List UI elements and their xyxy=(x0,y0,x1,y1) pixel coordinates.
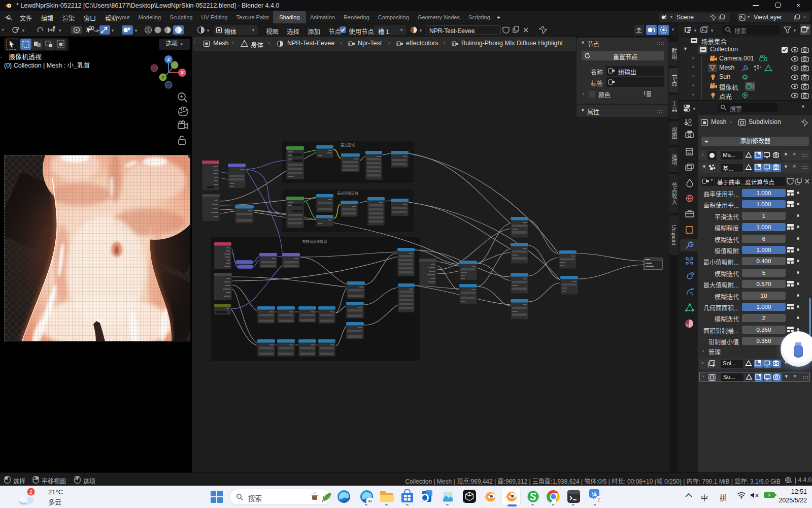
svg-text:▼: ▼ xyxy=(419,28,423,33)
svg-text:X: X xyxy=(181,70,184,75)
svg-text:布林冯高光模型: 布林冯高光模型 xyxy=(302,239,327,244)
svg-text:▼: ▼ xyxy=(793,28,797,33)
svg-text:2: 2 xyxy=(791,481,793,484)
svg-text:▼: ▼ xyxy=(692,107,696,111)
svg-text:▼: ▼ xyxy=(58,28,62,33)
svg-text:高光区域: 高光区域 xyxy=(341,143,355,147)
svg-text:▼: ▼ xyxy=(710,28,714,33)
svg-text:Z: Z xyxy=(167,57,170,62)
svg-text:文: 文 xyxy=(597,497,601,502)
svg-text:▼: ▼ xyxy=(21,28,25,33)
svg-text:高光用图区域: 高光用图区域 xyxy=(337,191,358,196)
svg-text:AI: AI xyxy=(368,499,372,503)
svg-text:Y: Y xyxy=(161,75,164,80)
svg-text:2: 2 xyxy=(29,489,32,495)
svg-text:▼: ▼ xyxy=(134,28,138,33)
svg-text:▼: ▼ xyxy=(206,28,210,33)
svg-text:▼: ▼ xyxy=(95,28,99,33)
svg-text:译: 译 xyxy=(592,491,597,497)
svg-text:▼: ▼ xyxy=(111,28,114,33)
svg-text:▼: ▼ xyxy=(693,28,697,33)
